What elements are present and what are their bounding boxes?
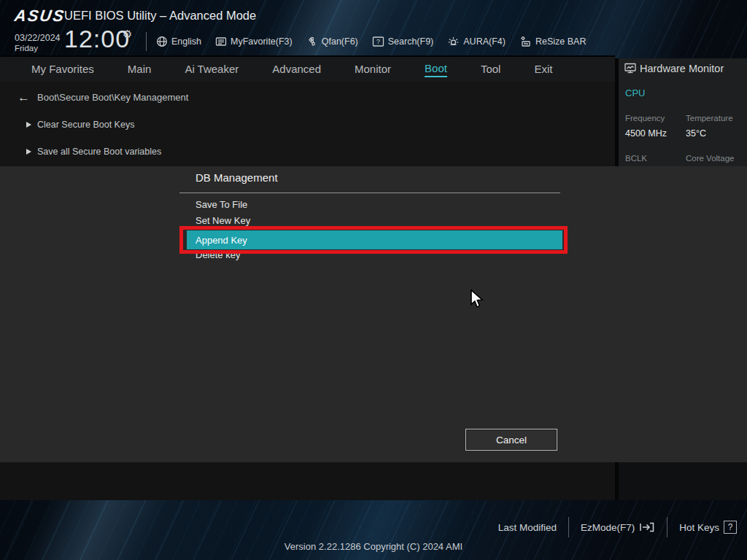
hot-keys-label: Hot Keys xyxy=(679,522,719,533)
clock-settings-gear-icon[interactable]: ⚙ xyxy=(123,28,132,41)
entry-label: Clear Secure Boot Keys xyxy=(37,120,134,130)
menu-tool[interactable]: Tool xyxy=(481,63,501,77)
hot-keys-question-icon: ? xyxy=(724,521,737,534)
option-set-new-key[interactable]: Set New Key xyxy=(196,215,250,226)
clock: 12:00 xyxy=(64,25,130,53)
option-save-to-file[interactable]: Save To File xyxy=(196,199,247,210)
temperature-value: 35°C xyxy=(686,128,706,139)
myfavorite-label: MyFavorite(F3) xyxy=(231,36,293,47)
monitor-icon xyxy=(624,62,637,74)
content-lower-band xyxy=(0,462,615,500)
hardware-monitor-title: Hardware Monitor xyxy=(640,63,724,74)
qfan-label: Qfan(F6) xyxy=(322,36,358,47)
temperature-label: Temperature xyxy=(686,114,733,122)
bclk-label: BCLK xyxy=(625,154,647,163)
aura-button[interactable]: AURA(F4) xyxy=(447,36,506,47)
hot-keys-button[interactable]: Hot Keys ? xyxy=(679,521,737,534)
db-management-dialog: DB Management Save To File Set New Key A… xyxy=(0,166,747,462)
date-block: 03/22/2024 Friday xyxy=(15,33,61,52)
globe-icon xyxy=(156,36,168,47)
search-icon: ? xyxy=(372,36,384,47)
asus-logo: ASUS xyxy=(13,7,66,26)
dialog-title: DB Management xyxy=(196,171,278,184)
cancel-button[interactable]: Cancel xyxy=(465,429,557,451)
ezmode-button[interactable]: EzMode(F7) xyxy=(581,521,655,533)
fan-icon xyxy=(306,36,318,47)
menu-exit[interactable]: Exit xyxy=(534,63,552,77)
bios-version-text: Version 2.22.1286 Copyright (C) 2024 AMI xyxy=(0,541,747,552)
footer-bar: Last Modified EzMode(F7) Hot Keys ? xyxy=(498,516,737,538)
arrow-right-icon xyxy=(26,122,31,128)
menu-advanced[interactable]: Advanced xyxy=(272,63,321,77)
language-label: English xyxy=(171,36,201,47)
main-menu-bar: My Favorites Main Ai Tweaker Advanced Mo… xyxy=(0,55,615,82)
footer-divider xyxy=(568,517,569,537)
menu-monitor[interactable]: Monitor xyxy=(355,63,391,77)
breadcrumb[interactable]: ← Boot\Secure Boot\Key Management xyxy=(18,91,188,104)
aura-label: AURA(F4) xyxy=(463,36,506,47)
last-modified-label: Last Modified xyxy=(498,522,557,533)
hardware-monitor-header: Hardware Monitor xyxy=(624,62,724,74)
svg-text:?: ? xyxy=(376,37,380,45)
qfan-button[interactable]: Qfan(F6) xyxy=(306,36,358,47)
back-arrow-icon[interactable]: ← xyxy=(18,91,30,104)
ezmode-label: EzMode(F7) xyxy=(581,522,635,533)
core-voltage-label: Core Voltage xyxy=(686,154,735,163)
resize-bar-button[interactable]: ReSize BAR xyxy=(519,36,586,47)
header-toolbar: English MyFavorite(F3) Qfan(F6) ? Search… xyxy=(156,32,586,51)
dialog-divider xyxy=(179,192,560,193)
favorite-list-icon xyxy=(215,36,227,47)
annotation-highlight-box xyxy=(179,226,568,254)
footer-divider xyxy=(667,517,667,537)
myfavorite-button[interactable]: MyFavorite(F3) xyxy=(215,36,293,47)
last-modified-button[interactable]: Last Modified xyxy=(498,522,557,533)
resize-bar-label: ReSize BAR xyxy=(535,36,586,47)
language-button[interactable]: English xyxy=(156,36,201,47)
entry-clear-secure-boot-keys[interactable]: Clear Secure Boot Keys xyxy=(26,120,134,130)
entry-save-all-secure-boot-variables[interactable]: Save all Secure Boot variables xyxy=(26,147,161,157)
mouse-cursor xyxy=(470,289,486,313)
header-divider xyxy=(146,32,147,51)
search-button[interactable]: ? Search(F9) xyxy=(372,36,434,47)
breadcrumb-path: Boot\Secure Boot\Key Management xyxy=(37,92,188,103)
search-label: Search(F9) xyxy=(388,36,434,47)
resize-bar-icon xyxy=(519,36,532,47)
app-title: UEFI BIOS Utility – Advanced Mode xyxy=(64,9,256,23)
sidebar-lower-band xyxy=(619,462,747,500)
date-text: 03/22/2024 xyxy=(15,33,61,43)
cpu-section-label: CPU xyxy=(625,88,645,98)
arrow-right-icon xyxy=(26,149,31,155)
frequency-value: 4500 MHz xyxy=(625,128,667,139)
day-text: Friday xyxy=(15,44,61,52)
menu-boot[interactable]: Boot xyxy=(425,62,447,77)
menu-ai-tweaker[interactable]: Ai Tweaker xyxy=(185,63,239,77)
ezmode-enter-icon xyxy=(639,521,655,533)
entry-label: Save all Secure Boot variables xyxy=(37,147,161,157)
menu-my-favorites[interactable]: My Favorites xyxy=(31,63,94,77)
menu-main[interactable]: Main xyxy=(128,63,152,77)
aura-icon xyxy=(447,36,460,47)
frequency-label: Frequency xyxy=(625,114,665,122)
